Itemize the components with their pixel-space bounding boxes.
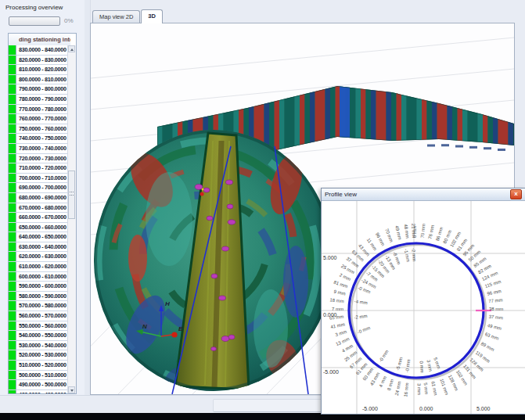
table-row[interactable]: 710.0000 - 720.0000 xyxy=(9,163,68,174)
svg-text:3 mm: 3 mm xyxy=(426,360,433,372)
processing-sidebar: Processing overview 0% ding stationing i… xyxy=(0,0,85,413)
svg-text:115 mm: 115 mm xyxy=(484,279,502,289)
table-row[interactable]: 770.0000 - 780.0000 xyxy=(9,105,68,115)
table-row[interactable]: 700.0000 - 710.0000 xyxy=(9,174,68,184)
profile-plot[interactable]: 0 mm70 mm76 mm86 mm80 mm102 mm81 mm95 mm… xyxy=(322,201,525,414)
stationing-interval-list: ding stationing inte 830.0000 - 840.0000… xyxy=(8,33,77,394)
table-row[interactable]: 740.0000 - 750.0000 xyxy=(9,134,68,144)
color-swatch xyxy=(9,203,16,213)
color-swatch xyxy=(9,154,16,163)
svg-text:48 mm: 48 mm xyxy=(404,224,410,239)
svg-text:41 mm: 41 mm xyxy=(330,321,345,329)
interval-label: 800.0000 - 810.0000 xyxy=(16,75,67,84)
scroll-down-button[interactable] xyxy=(68,386,75,393)
axis-label-e: E xyxy=(178,325,183,332)
table-row[interactable]: 790.0000 - 800.0000 xyxy=(9,84,68,95)
color-swatch xyxy=(9,163,16,173)
table-row[interactable]: 550.0000 - 560.0000 xyxy=(9,321,68,332)
table-row[interactable]: 480.0000 - 490.0000 xyxy=(9,390,68,393)
svg-text:101 mm: 101 mm xyxy=(439,378,449,395)
svg-text:70 mm: 70 mm xyxy=(420,224,426,239)
table-row[interactable]: 520.0000 - 530.0000 xyxy=(9,350,68,361)
svg-text:-4 mm: -4 mm xyxy=(354,299,368,305)
arrow-up-icon xyxy=(70,48,74,51)
table-row[interactable]: 810.0000 - 820.0000 xyxy=(9,65,68,75)
table-row[interactable]: 510.0000 - 520.0000 xyxy=(9,361,68,371)
table-row[interactable]: 560.0000 - 570.0000 xyxy=(9,311,68,321)
table-row[interactable]: 820.0000 - 830.0000 xyxy=(9,56,68,66)
table-row[interactable]: 830.0000 - 840.0000 xyxy=(9,45,68,56)
table-row[interactable]: 570.0000 - 580.0000 xyxy=(9,301,68,311)
svg-text:96 mm: 96 mm xyxy=(487,289,502,296)
table-row[interactable]: 730.0000 - 740.0000 xyxy=(9,144,68,154)
color-swatch xyxy=(9,361,16,370)
table-row[interactable]: 660.0000 - 670.0000 xyxy=(9,213,68,223)
interval-label: 600.0000 - 610.0000 xyxy=(16,272,67,282)
view-tabbar: Map view 2D 3D xyxy=(92,10,164,23)
interval-label: 810.0000 - 820.0000 xyxy=(16,65,67,74)
color-swatch xyxy=(9,144,16,153)
table-row[interactable]: 490.0000 - 500.0000 xyxy=(9,380,68,390)
table-row[interactable]: 760.0000 - 770.0000 xyxy=(9,114,68,124)
svg-text:-0 mm: -0 mm xyxy=(357,325,371,335)
table-row[interactable]: 500.0000 - 510.0000 xyxy=(9,371,68,381)
color-swatch xyxy=(9,105,16,114)
color-swatch xyxy=(9,350,16,360)
table-row[interactable]: 720.0000 - 730.0000 xyxy=(9,154,68,164)
thumb-grip-icon xyxy=(70,192,74,196)
list-scrollbar[interactable] xyxy=(67,45,76,393)
red-marker xyxy=(200,192,204,196)
color-swatch xyxy=(9,331,16,340)
scroll-up-button[interactable] xyxy=(68,45,75,52)
table-row[interactable]: 580.0000 - 590.0000 xyxy=(9,292,68,302)
profile-plot-canvas[interactable]: 0 mm70 mm76 mm86 mm80 mm102 mm81 mm95 mm… xyxy=(322,201,525,414)
interval-label: 510.0000 - 520.0000 xyxy=(16,361,67,370)
interval-label: 480.0000 - 490.0000 xyxy=(16,390,67,393)
table-row[interactable]: 690.0000 - 700.0000 xyxy=(9,183,68,193)
table-row[interactable]: 590.0000 - 600.0000 xyxy=(9,282,68,292)
svg-text:89 mm: 89 mm xyxy=(480,341,495,352)
table-row[interactable]: 610.0000 - 620.0000 xyxy=(9,262,68,272)
tab-map-view-2d[interactable]: Map view 2D xyxy=(92,10,140,23)
table-row[interactable]: 530.0000 - 540.0000 xyxy=(9,341,68,351)
svg-text:37 mm: 37 mm xyxy=(488,314,503,321)
e-axis-ball-icon xyxy=(171,332,177,337)
table-row[interactable]: 800.0000 - 810.0000 xyxy=(9,75,68,85)
list-rows: 830.0000 - 840.0000820.0000 - 830.000081… xyxy=(9,45,68,393)
interval-label: 830.0000 - 840.0000 xyxy=(16,45,67,55)
table-row[interactable]: 650.0000 - 660.0000 xyxy=(9,223,68,233)
color-swatch xyxy=(9,65,16,74)
processing-overview-label: Processing overview xyxy=(5,4,63,11)
interval-label: 560.0000 - 570.0000 xyxy=(16,311,67,321)
table-row[interactable]: 750.0000 - 760.0000 xyxy=(9,124,68,135)
interval-label: 780.0000 - 790.0000 xyxy=(16,95,67,104)
interval-label: 820.0000 - 830.0000 xyxy=(16,56,67,65)
tab-3d[interactable]: 3D xyxy=(141,9,163,23)
interval-label: 650.0000 - 660.0000 xyxy=(16,223,67,232)
color-swatch xyxy=(9,272,16,282)
table-row[interactable]: 640.0000 - 650.0000 xyxy=(9,232,68,242)
close-icon[interactable]: x xyxy=(510,189,522,199)
axis-label-n: N xyxy=(142,323,147,330)
table-row[interactable]: 630.0000 - 640.0000 xyxy=(9,242,68,253)
svg-text:76 mm: 76 mm xyxy=(427,224,435,239)
color-swatch xyxy=(9,75,16,84)
interval-label: 520.0000 - 530.0000 xyxy=(16,350,67,360)
scrollbar-thumb[interactable] xyxy=(68,171,75,219)
list-header[interactable]: ding stationing inte xyxy=(9,34,70,46)
color-swatch xyxy=(9,114,16,124)
interval-label: 630.0000 - 640.0000 xyxy=(16,242,67,252)
svg-text:-0 mm: -0 mm xyxy=(357,285,371,294)
profile-view-titlebar[interactable]: Profile view x xyxy=(322,188,525,201)
color-swatch xyxy=(9,301,16,311)
table-row[interactable]: 540.0000 - 550.0000 xyxy=(9,331,68,341)
table-row[interactable]: 680.0000 - 690.0000 xyxy=(9,193,68,203)
interval-label: 500.0000 - 510.0000 xyxy=(16,371,67,380)
table-row[interactable]: 600.0000 - 610.0000 xyxy=(9,272,68,282)
table-row[interactable]: 620.0000 - 630.0000 xyxy=(9,252,68,262)
svg-text:7 mm: 7 mm xyxy=(332,307,343,311)
svg-text:-0 mm: -0 mm xyxy=(378,349,389,362)
profile-view-window[interactable]: Profile view x 0 mm70 mm76 mm86 mm80 mm1… xyxy=(321,188,525,415)
table-row[interactable]: 670.0000 - 680.0000 xyxy=(9,203,68,214)
table-row[interactable]: 780.0000 - 790.0000 xyxy=(9,95,68,105)
